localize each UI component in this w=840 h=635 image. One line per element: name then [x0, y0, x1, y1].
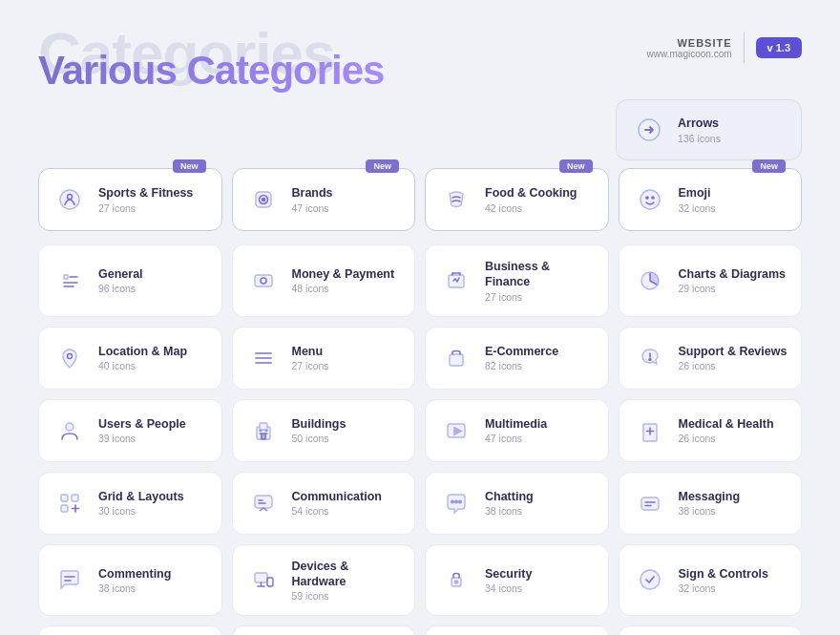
- buildings-count: 50 icons: [292, 433, 346, 444]
- arrows-card[interactable]: Arrows 136 icons: [616, 99, 802, 160]
- messaging-count: 38 icons: [679, 505, 741, 517]
- support-icon: [633, 341, 667, 375]
- card-users-people[interactable]: Users & People 39 icons: [38, 399, 222, 462]
- location-count: 40 icons: [98, 360, 187, 371]
- location-text: Location & Map 40 icons: [98, 344, 187, 371]
- chatting-name: Chatting: [485, 489, 534, 504]
- buildings-text: Buildings 50 icons: [292, 416, 346, 444]
- card-money-payment[interactable]: Money & Payment 48 icons: [232, 244, 416, 317]
- emoji-icon: [633, 182, 667, 217]
- card-multimedia[interactable]: Multimedia 47 icons: [425, 399, 609, 462]
- medical-text: Medical & Health 26 icons: [679, 416, 774, 444]
- devices-name: Devices & Hardware: [292, 559, 402, 590]
- svg-point-34: [640, 570, 660, 589]
- svg-rect-14: [450, 354, 463, 366]
- ecommerce-text: E-Commerce 82 icons: [485, 344, 558, 371]
- security-count: 34 icons: [485, 582, 532, 594]
- card-general[interactable]: General 96 icons: [38, 244, 222, 317]
- general-text: General 96 icons: [98, 266, 143, 294]
- devices-icon: [246, 562, 281, 597]
- charts-name: Charts & Diagrams: [679, 266, 787, 282]
- medical-icon: [633, 413, 667, 448]
- svg-rect-31: [267, 578, 273, 586]
- card-commenting[interactable]: Commenting 38 icons: [38, 544, 222, 617]
- sports-text: Sports & Fitness 27 icons: [98, 185, 193, 213]
- business-count: 27 icons: [485, 291, 595, 303]
- location-icon: [52, 341, 87, 375]
- card-location-map[interactable]: Location & Map 40 icons: [38, 327, 222, 390]
- card-support-reviews[interactable]: Support & Reviews 26 icons: [619, 327, 803, 390]
- card-messaging[interactable]: Messaging 38 icons: [619, 472, 803, 535]
- card-ecommerce[interactable]: E-Commerce 82 icons: [425, 327, 609, 390]
- charts-count: 29 icons: [679, 283, 787, 294]
- communication-count: 54 icons: [292, 505, 382, 517]
- svg-point-27: [455, 500, 457, 502]
- emoji-text: Emoji 32 icons: [679, 185, 716, 213]
- card-food-cooking[interactable]: New Food & Cooking 42 icons: [425, 168, 609, 231]
- svg-point-15: [649, 358, 651, 360]
- card-menu[interactable]: Menu 27 icons: [232, 327, 416, 390]
- card-grid-layouts[interactable]: Grid & Layouts 30 icons: [38, 472, 222, 535]
- svg-point-16: [66, 423, 74, 431]
- security-name: Security: [485, 566, 532, 582]
- new-badge: New: [752, 159, 786, 173]
- svg-point-33: [455, 581, 458, 583]
- svg-rect-19: [262, 434, 265, 439]
- card-business-finance[interactable]: Business & Finance 27 icons: [425, 244, 609, 317]
- card-security[interactable]: Security 34 icons: [425, 544, 609, 617]
- card-files[interactable]: Files 93 icons: [38, 625, 222, 635]
- multimedia-text: Multimedia 47 icons: [485, 416, 547, 444]
- location-name: Location & Map: [98, 344, 187, 359]
- svg-point-6: [640, 190, 660, 209]
- card-charts-diagrams[interactable]: Charts & Diagrams 29 icons: [619, 244, 803, 317]
- card-devices-hardware[interactable]: Devices & Hardware 59 icons: [232, 544, 416, 617]
- food-name: Food & Cooking: [485, 185, 578, 201]
- card-buildings[interactable]: Buildings 50 icons: [232, 399, 416, 462]
- card-emoji[interactable]: New Emoji 32 icons: [619, 168, 803, 231]
- brands-icon: [246, 182, 281, 217]
- chatting-count: 38 icons: [485, 505, 534, 517]
- card-medical-health[interactable]: Medical & Health 26 icons: [619, 399, 803, 462]
- emoji-count: 32 icons: [679, 202, 716, 214]
- svg-rect-23: [72, 495, 78, 501]
- grid-name: Grid & Layouts: [98, 489, 184, 504]
- menu-name: Menu: [292, 344, 329, 359]
- card-chatting[interactable]: Chatting 38 icons: [425, 472, 609, 535]
- header-right: WEBSITE www.magicoon.com v 1.3: [647, 32, 802, 63]
- multimedia-name: Multimedia: [485, 416, 547, 432]
- title-block: Categories Various Categories: [38, 27, 384, 94]
- multimedia-icon: [439, 413, 473, 448]
- sign-icon: [633, 562, 667, 597]
- arrows-count: 136 icons: [678, 133, 721, 144]
- website-url: www.magicoon.com: [647, 49, 732, 59]
- general-name: General: [98, 266, 143, 282]
- users-icon: [52, 413, 87, 448]
- card-communication[interactable]: Communication 54 icons: [232, 472, 416, 535]
- card-brands[interactable]: New Brands 47 icons: [232, 168, 416, 231]
- chatting-icon: [439, 486, 473, 520]
- card-sign-controls[interactable]: Sign & Controls 32 icons: [619, 544, 803, 617]
- new-badge: New: [173, 159, 206, 173]
- card-documents[interactable]: Documents 29 icons: [232, 625, 416, 635]
- medical-name: Medical & Health: [679, 416, 774, 432]
- money-count: 48 icons: [292, 283, 395, 294]
- card-education[interactable]: Education 39 icons: [425, 625, 609, 635]
- svg-rect-29: [641, 497, 659, 510]
- svg-rect-25: [255, 496, 272, 508]
- users-name: Users & People: [98, 416, 186, 432]
- card-date-time[interactable]: Date & Time 48 icons: [619, 625, 803, 635]
- devices-count: 59 icons: [292, 590, 402, 602]
- card-sports-fitness[interactable]: New Sports & Fitness 27 icons: [38, 168, 222, 231]
- version-badge: v 1.3: [756, 37, 802, 58]
- money-icon: [246, 264, 281, 298]
- sign-text: Sign & Controls 32 icons: [679, 566, 768, 594]
- commenting-icon: [52, 562, 87, 597]
- arrows-name: Arrows: [678, 116, 721, 131]
- commenting-count: 38 icons: [98, 582, 171, 594]
- svg-rect-9: [255, 275, 272, 286]
- communication-name: Communication: [292, 489, 382, 504]
- menu-text: Menu 27 icons: [292, 344, 329, 371]
- security-icon: [439, 562, 473, 597]
- general-count: 96 icons: [98, 283, 143, 294]
- svg-rect-18: [260, 423, 267, 430]
